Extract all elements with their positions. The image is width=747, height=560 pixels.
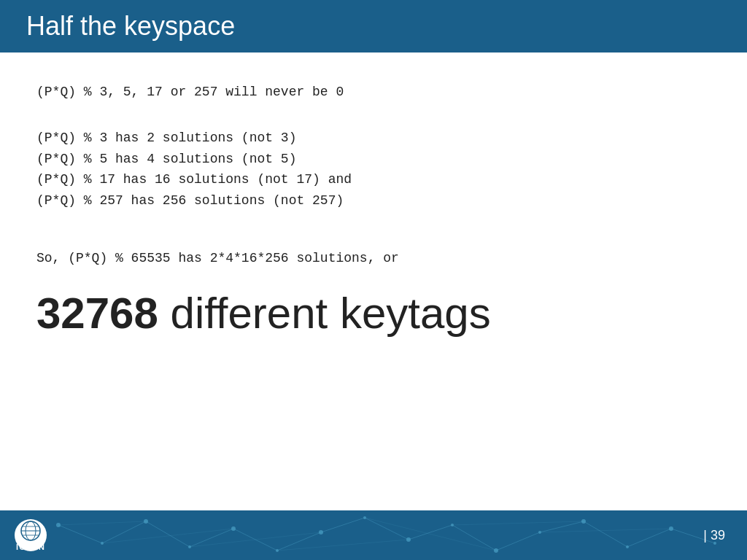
svg-line-19 <box>190 529 233 547</box>
slide-title: Half the keyspace <box>26 11 235 42</box>
svg-line-26 <box>496 532 540 551</box>
svg-line-25 <box>452 525 496 551</box>
svg-line-22 <box>321 518 365 532</box>
svg-line-27 <box>540 521 584 532</box>
globe-icon <box>20 520 42 542</box>
summary-line: So, (P*Q) % 65535 has 2*4*16*256 solutio… <box>36 251 711 265</box>
code-line-4: (P*Q) % 17 has 16 solutions (not 17) and <box>36 169 711 190</box>
code-line-1: (P*Q) % 3, 5, 17 or 257 will never be 0 <box>36 82 711 103</box>
svg-line-32 <box>102 529 233 543</box>
page-number: | 39 <box>703 528 725 543</box>
svg-line-33 <box>190 532 321 547</box>
svg-line-28 <box>584 521 627 547</box>
svg-line-34 <box>277 540 409 551</box>
svg-line-24 <box>409 525 452 540</box>
main-content: (P*Q) % 3, 5, 17 or 257 will never be 0 … <box>0 52 747 354</box>
svg-line-36 <box>452 521 584 525</box>
svg-line-23 <box>365 518 409 540</box>
svg-line-35 <box>365 518 496 551</box>
svg-line-21 <box>277 532 321 551</box>
icann-logo: ICANN <box>15 519 47 551</box>
svg-line-37 <box>540 529 671 532</box>
svg-line-17 <box>102 521 146 543</box>
result-number: 32768 <box>36 289 158 338</box>
network-background <box>0 510 747 560</box>
code-block-2: (P*Q) % 3 has 2 solutions (not 3) (P*Q) … <box>36 128 711 211</box>
result-text: different keytags <box>158 289 491 338</box>
svg-line-29 <box>627 529 671 547</box>
slide-header: Half the keyspace <box>0 0 747 52</box>
code-line-3: (P*Q) % 5 has 4 solutions (not 5) <box>36 149 711 170</box>
slide-footer: ICANN | 39 <box>0 510 747 560</box>
code-line-5: (P*Q) % 257 has 256 solutions (not 257) <box>36 190 711 211</box>
svg-line-31 <box>58 521 146 525</box>
footer-logo-area: ICANN <box>15 519 47 551</box>
svg-line-16 <box>58 525 102 543</box>
code-block-1: (P*Q) % 3, 5, 17 or 257 will never be 0 <box>36 82 711 103</box>
icann-text: ICANN <box>16 542 45 551</box>
code-line-2: (P*Q) % 3 has 2 solutions (not 3) <box>36 128 711 149</box>
big-result: 32768 different keytags <box>36 287 711 340</box>
